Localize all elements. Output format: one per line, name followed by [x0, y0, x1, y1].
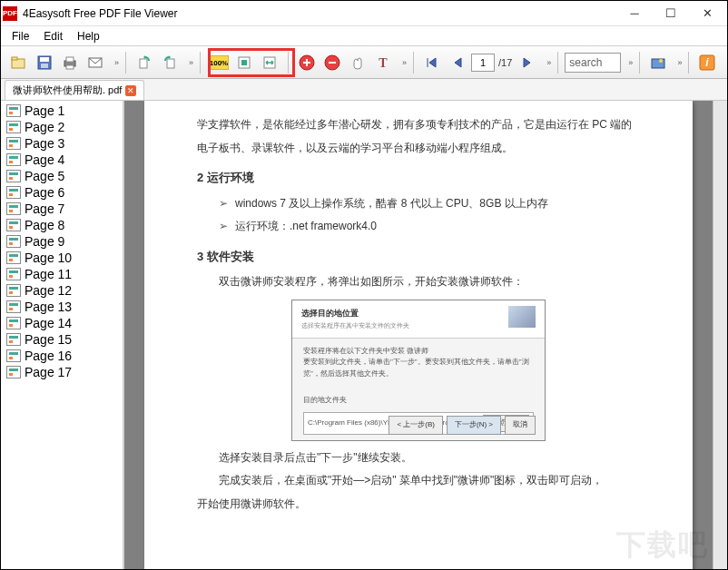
toolbar: » » 100% T » /17 » » » i: [1, 46, 727, 79]
snapshot-button[interactable]: [646, 51, 670, 74]
svg-rect-14: [241, 60, 247, 65]
minimize-button[interactable]: ─: [616, 2, 653, 25]
svg-text:100%: 100%: [210, 59, 228, 67]
hand-tool-button[interactable]: [346, 51, 369, 74]
tabbar: 微讲师软件使用帮助. pdf ✕: [1, 79, 727, 101]
toolbar-overflow-6[interactable]: »: [674, 58, 684, 67]
sidebar-page-6[interactable]: Page 6: [3, 184, 121, 201]
titlebar: PDF 4Easysoft Free PDF File Viewer ─ ☐ ✕: [1, 1, 727, 26]
zoom-in-button[interactable]: [295, 51, 319, 74]
page-thumb-icon: [6, 186, 21, 199]
svg-rect-9: [140, 59, 147, 68]
page-thumb-icon: [6, 153, 21, 166]
page-thumb-icon: [6, 137, 21, 150]
doc-heading: 3 软件安装: [197, 246, 640, 267]
sidebar-page-17[interactable]: Page 17: [3, 364, 121, 380]
svg-rect-3: [40, 57, 49, 62]
sidebar-page-5[interactable]: Page 5: [3, 168, 121, 184]
doc-heading: 2 运行环境: [197, 167, 640, 188]
page-thumb-icon: [6, 268, 21, 280]
installer-screenshot: 选择目的地位置 选择安装程序在其中安装文件的文件夹 安装程序将在以下文件夹中安装…: [291, 300, 546, 441]
toolbar-overflow-4[interactable]: »: [544, 58, 554, 67]
app-icon: PDF: [3, 6, 17, 21]
page-thumb-icon: [6, 333, 21, 346]
document-viewport[interactable]: 学支撑软件，是依能经过多年潜心研发，拥有多项专利技术的产品，它是由运行在 PC …: [124, 101, 713, 569]
sidebar-page-7[interactable]: Page 7: [3, 201, 121, 217]
email-button[interactable]: [84, 51, 107, 74]
next-page-button[interactable]: [516, 51, 539, 74]
page-thumb-icon: [6, 366, 21, 378]
menubar: File Edit Help: [1, 26, 727, 46]
menu-help[interactable]: Help: [70, 28, 107, 44]
first-page-button[interactable]: [420, 51, 444, 74]
rotate-left-button[interactable]: [133, 51, 156, 74]
menu-file[interactable]: File: [5, 28, 36, 44]
pdf-page: 学支撑软件，是依能经过多年潜心研发，拥有多项专利技术的产品，它是由运行在 PC …: [144, 101, 693, 569]
zoom-100-button[interactable]: 100%: [207, 51, 231, 74]
toolbar-overflow-2[interactable]: »: [186, 58, 196, 67]
svg-rect-7: [66, 65, 74, 69]
doc-bullet: windows 7 及以上操作系统，酷睿 8 代以上 CPU、8GB 以上内存: [197, 194, 640, 214]
close-button[interactable]: ✕: [689, 2, 725, 25]
page-thumb-icon: [6, 202, 21, 215]
doc-text: 电子板书、录课软件，以及云端的学习平台和移动端小程序组成。: [197, 139, 640, 159]
svg-text:T: T: [379, 56, 388, 70]
sidebar-page-16[interactable]: Page 16: [3, 348, 121, 364]
sidebar-page-4[interactable]: Page 4: [3, 152, 121, 168]
sidebar-page-2[interactable]: Page 2: [3, 119, 121, 135]
search-input[interactable]: [565, 53, 621, 73]
page-thumb-icon: [6, 300, 21, 313]
prev-page-button[interactable]: [446, 51, 469, 74]
page-thumb-icon: [6, 104, 21, 117]
rotate-right-button[interactable]: [158, 51, 182, 74]
page-thumb-icon: [6, 235, 21, 248]
page-total-label: /17: [497, 57, 514, 68]
document-tab[interactable]: 微讲师软件使用帮助. pdf ✕: [5, 80, 144, 100]
text-select-button[interactable]: T: [371, 51, 395, 74]
page-thumb-icon: [6, 219, 21, 231]
fit-page-button[interactable]: [232, 51, 256, 74]
doc-text: 双击微讲师安装程序，将弹出如图所示，开始安装微讲师软件：: [197, 272, 640, 292]
zoom-out-button[interactable]: [320, 51, 344, 74]
svg-rect-1: [12, 57, 17, 60]
sidebar-page-12[interactable]: Page 12: [3, 282, 121, 299]
page-thumb-icon: [6, 121, 21, 133]
doc-text: 开始使用微讲师软件。: [197, 495, 640, 515]
tab-close-button[interactable]: ✕: [125, 85, 136, 96]
page-thumb-icon: [6, 349, 21, 362]
svg-rect-10: [167, 59, 174, 68]
page-thumb-icon: [6, 317, 21, 329]
sidebar-page-9[interactable]: Page 9: [3, 233, 121, 250]
open-button[interactable]: [7, 51, 31, 74]
doc-text: 选择安装目录后点击"下一步"继续安装。: [197, 448, 640, 468]
sidebar-page-13[interactable]: Page 13: [3, 299, 121, 315]
window-title: 4Easysoft Free PDF File Viewer: [23, 7, 616, 20]
toolbar-overflow-1[interactable]: »: [112, 58, 122, 67]
page-thumb-icon: [6, 284, 21, 297]
save-button[interactable]: [33, 51, 56, 74]
sidebar-page-1[interactable]: Page 1: [3, 103, 121, 119]
vertical-scrollbar[interactable]: [713, 101, 727, 569]
doc-bullet: 运行环境：.net framework4.0: [197, 217, 640, 237]
page-thumb-icon: [6, 251, 21, 264]
page-thumb-icon: [6, 170, 21, 182]
toolbar-overflow-3[interactable]: »: [399, 58, 409, 67]
svg-rect-4: [41, 64, 48, 68]
maximize-button[interactable]: ☐: [653, 2, 689, 25]
about-button[interactable]: i: [695, 51, 719, 74]
fit-width-button[interactable]: [258, 51, 281, 74]
sidebar-page-8[interactable]: Page 8: [3, 217, 121, 233]
sidebar-page-10[interactable]: Page 10: [3, 250, 121, 266]
page-number-input[interactable]: [471, 54, 495, 72]
menu-edit[interactable]: Edit: [36, 28, 70, 44]
tab-filename: 微讲师软件使用帮助. pdf: [13, 84, 122, 97]
sidebar-page-14[interactable]: Page 14: [3, 315, 121, 331]
toolbar-overflow-5[interactable]: »: [625, 58, 635, 67]
print-button[interactable]: [58, 51, 82, 74]
sidebar-page-3[interactable]: Page 3: [3, 135, 121, 152]
page-thumbnails-sidebar[interactable]: Page 1 Page 2 Page 3 Page 4 Page 5 Page …: [1, 101, 124, 569]
sidebar-page-15[interactable]: Page 15: [3, 331, 121, 348]
sidebar-page-11[interactable]: Page 11: [3, 266, 121, 282]
doc-text: 学支撑软件，是依能经过多年潜心研发，拥有多项专利技术的产品，它是由运行在 PC …: [197, 115, 640, 135]
workspace: Page 1 Page 2 Page 3 Page 4 Page 5 Page …: [1, 101, 727, 569]
